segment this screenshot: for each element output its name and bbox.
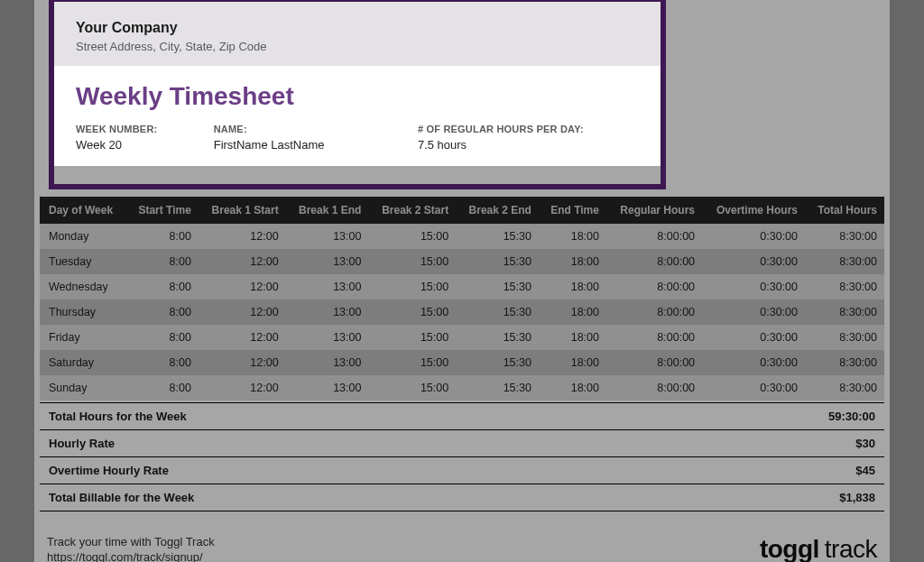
cell-ot: 0:30:00 [702, 249, 805, 274]
meta-hours: # OF REGULAR HOURS PER DAY: 7.5 hours [418, 124, 639, 152]
cell-b1s: 12:00 [199, 375, 286, 401]
meta-week-value: Week 20 [76, 138, 214, 152]
col-b1e: Break 1 End [286, 197, 369, 224]
table-row: Tuesday8:0012:0013:0015:0015:3018:008:00… [40, 249, 884, 274]
cell-reg: 8:00:00 [606, 249, 702, 274]
cell-ot: 0:30:00 [702, 274, 805, 299]
cell-tot: 8:30:00 [805, 224, 884, 249]
cell-b2s: 15:00 [368, 249, 456, 274]
cell-b1s: 12:00 [199, 274, 286, 299]
cell-b2e: 15:30 [456, 350, 539, 375]
summary-section: Total Hours for the Week 59:30:00 Hourly… [34, 402, 890, 511]
meta-row: WEEK NUMBER: Week 20 NAME: FirstName Las… [76, 124, 639, 152]
highlighted-header-box: Your Company Street Address, City, State… [49, 0, 666, 189]
timesheet-document: Day of Week Start Time Break 1 Start Bre… [34, 0, 890, 562]
cell-b2e: 15:30 [456, 375, 539, 401]
brand-light: track [825, 535, 877, 562]
col-ot: Overtime Hours [702, 197, 805, 224]
cell-tot: 8:30:00 [805, 274, 884, 299]
cell-b1e: 13:00 [286, 249, 369, 274]
col-day: Day of Week [40, 197, 126, 224]
summary-value: $45 [855, 464, 875, 477]
signup-link[interactable]: https://toggl.com/track/signup/ [47, 550, 215, 562]
cell-b2s: 15:00 [368, 375, 456, 401]
meta-week-label: WEEK NUMBER: [76, 124, 214, 134]
cell-end: 18:00 [539, 249, 606, 274]
company-name: Your Company [76, 20, 639, 36]
cell-b2e: 15:30 [456, 224, 539, 249]
cell-day: Thursday [40, 299, 126, 325]
col-end: End Time [539, 197, 606, 224]
cell-day: Tuesday [40, 249, 126, 274]
cell-tot: 8:30:00 [805, 350, 884, 375]
table-row: Wednesday8:0012:0013:0015:0015:3018:008:… [40, 274, 884, 299]
meta-name: NAME: FirstName LastName [214, 124, 418, 152]
table-header-row: Day of Week Start Time Break 1 Start Bre… [40, 197, 884, 224]
cell-b1e: 13:00 [286, 299, 369, 325]
summary-value: $1,838 [839, 491, 875, 504]
col-tot: Total Hours [805, 197, 884, 224]
summary-value: 59:30:00 [828, 410, 875, 423]
footer-tagline: Track your time with Toggl Track [47, 535, 215, 548]
cell-b2e: 15:30 [456, 274, 539, 299]
cell-tot: 8:30:00 [805, 325, 884, 350]
cell-b2s: 15:00 [368, 350, 456, 375]
cell-end: 18:00 [539, 274, 606, 299]
meta-name-label: NAME: [214, 124, 418, 134]
cell-b1e: 13:00 [286, 375, 369, 401]
cell-b2s: 15:00 [368, 325, 456, 350]
meta-hours-label: # OF REGULAR HOURS PER DAY: [418, 124, 639, 134]
summary-label: Overtime Hourly Rate [49, 464, 169, 477]
cell-reg: 8:00:00 [606, 350, 702, 375]
cell-ot: 0:30:00 [702, 224, 805, 249]
cell-day: Wednesday [40, 274, 126, 299]
brand-bold: toggl [760, 535, 819, 562]
cell-end: 18:00 [539, 224, 606, 249]
cell-reg: 8:00:00 [606, 274, 702, 299]
cell-reg: 8:00:00 [606, 325, 702, 350]
cell-start: 8:00 [126, 375, 199, 401]
summary-label: Total Billable for the Week [49, 491, 194, 504]
cell-reg: 8:00:00 [606, 375, 702, 401]
cell-day: Monday [40, 224, 126, 249]
company-header: Your Company Street Address, City, State… [54, 2, 661, 66]
table-row: Thursday8:0012:0013:0015:0015:3018:008:0… [40, 299, 884, 325]
footer: Track your time with Toggl Track https:/… [34, 511, 890, 562]
summary-value: $30 [855, 437, 875, 450]
cell-b1s: 12:00 [199, 325, 286, 350]
company-address: Street Address, City, State, Zip Code [76, 40, 639, 53]
cell-b1e: 13:00 [286, 350, 369, 375]
cell-b1s: 12:00 [199, 350, 286, 375]
table-row: Saturday8:0012:0013:0015:0015:3018:008:0… [40, 350, 884, 375]
cell-b2s: 15:00 [368, 299, 456, 325]
cell-b1e: 13:00 [286, 224, 369, 249]
cell-start: 8:00 [126, 249, 199, 274]
cell-start: 8:00 [126, 224, 199, 249]
summary-label: Hourly Rate [49, 437, 115, 450]
col-b1s: Break 1 Start [199, 197, 286, 224]
col-reg: Regular Hours [606, 197, 702, 224]
col-b2s: Break 2 Start [368, 197, 456, 224]
cell-b1e: 13:00 [286, 274, 369, 299]
cell-start: 8:00 [126, 325, 199, 350]
meta-hours-value: 7.5 hours [418, 138, 639, 152]
summary-total-hours: Total Hours for the Week 59:30:00 [40, 402, 884, 430]
cell-b2s: 15:00 [368, 274, 456, 299]
cell-b2e: 15:30 [456, 325, 539, 350]
cell-start: 8:00 [126, 299, 199, 325]
cell-b2e: 15:30 [456, 299, 539, 325]
cell-ot: 0:30:00 [702, 375, 805, 401]
cell-start: 8:00 [126, 350, 199, 375]
sheet-header: Weekly Timesheet WEEK NUMBER: Week 20 NA… [54, 66, 661, 166]
meta-week: WEEK NUMBER: Week 20 [76, 124, 214, 152]
table-row: Monday8:0012:0013:0015:0015:3018:008:00:… [40, 224, 884, 249]
timesheet-table-wrap: Day of Week Start Time Break 1 Start Bre… [34, 197, 890, 401]
col-b2e: Break 2 End [456, 197, 539, 224]
meta-name-value: FirstName LastName [214, 138, 418, 152]
cell-start: 8:00 [126, 274, 199, 299]
table-row: Friday8:0012:0013:0015:0015:3018:008:00:… [40, 325, 884, 350]
col-start: Start Time [126, 197, 199, 224]
cell-day: Friday [40, 325, 126, 350]
cell-ot: 0:30:00 [702, 350, 805, 375]
table-row: Sunday8:0012:0013:0015:0015:3018:008:00:… [40, 375, 884, 401]
